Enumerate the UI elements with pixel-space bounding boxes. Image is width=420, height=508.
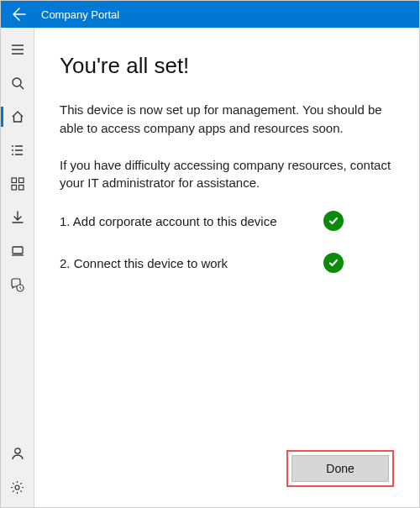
svg-point-3 xyxy=(12,154,13,155)
page-heading: You're all set! xyxy=(60,53,394,79)
sidebar-item-support[interactable] xyxy=(1,268,34,301)
svg-point-1 xyxy=(12,145,13,147)
sidebar-item-settings[interactable] xyxy=(1,470,34,504)
sidebar-item-search[interactable] xyxy=(1,66,34,100)
svg-point-2 xyxy=(12,149,13,151)
sidebar-item-person[interactable] xyxy=(1,437,34,470)
svg-rect-6 xyxy=(12,186,17,191)
device-icon xyxy=(11,244,24,258)
svg-rect-8 xyxy=(13,247,23,254)
menu-icon xyxy=(11,43,24,56)
main-content: You're all set! This device is now set u… xyxy=(34,28,419,508)
setup-step-row: 1. Add corporate account to this device xyxy=(60,211,394,231)
sidebar xyxy=(1,28,34,508)
intro-paragraph-2: If you have difficulty accessing company… xyxy=(60,156,394,193)
setup-step-row: 2. Connect this device to work xyxy=(60,253,394,273)
apps-icon xyxy=(11,177,24,191)
support-icon xyxy=(10,278,24,292)
status-badge xyxy=(323,253,344,273)
svg-rect-7 xyxy=(18,186,24,191)
search-icon xyxy=(11,76,24,90)
back-button[interactable] xyxy=(8,3,31,26)
svg-rect-5 xyxy=(18,178,24,183)
home-icon xyxy=(11,110,24,123)
checkmark-icon xyxy=(328,257,339,269)
svg-rect-4 xyxy=(12,178,17,183)
done-button[interactable]: Done xyxy=(291,455,389,482)
checkmark-icon xyxy=(328,215,339,227)
settings-icon xyxy=(10,480,24,495)
person-icon xyxy=(11,447,24,460)
app-title: Company Portal xyxy=(41,8,119,21)
status-badge xyxy=(323,211,344,231)
sidebar-item-home[interactable] xyxy=(1,100,34,134)
svg-point-0 xyxy=(13,78,21,86)
sidebar-item-download[interactable] xyxy=(1,201,34,234)
sidebar-item-device[interactable] xyxy=(1,234,34,268)
sidebar-item-menu[interactable] xyxy=(1,33,34,66)
footer: Done xyxy=(60,450,394,492)
intro-paragraph-1: This device is now set up for management… xyxy=(60,101,394,138)
back-icon xyxy=(13,8,26,21)
sidebar-item-apps[interactable] xyxy=(1,167,34,201)
sidebar-item-list[interactable] xyxy=(1,134,34,167)
svg-point-11 xyxy=(15,485,19,490)
svg-point-10 xyxy=(14,448,19,453)
download-icon xyxy=(11,211,24,224)
titlebar: Company Portal xyxy=(1,1,419,28)
highlight-box: Done xyxy=(286,450,394,487)
list-icon xyxy=(11,144,24,157)
setup-step-label: 1. Add corporate account to this device xyxy=(60,214,277,228)
setup-step-label: 2. Connect this device to work xyxy=(60,256,228,270)
